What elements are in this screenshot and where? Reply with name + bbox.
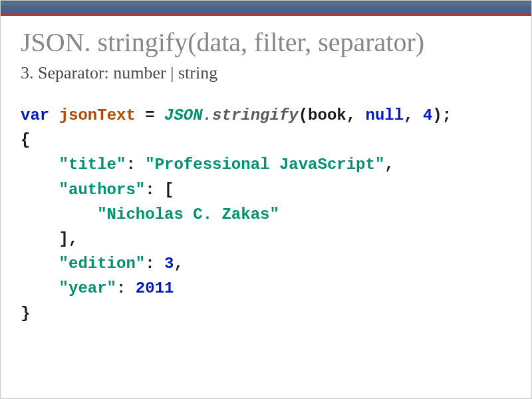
key-title: "title" <box>59 156 126 174</box>
dot: . <box>203 106 212 124</box>
author-0: "Nicholas C. Zakas" <box>97 205 279 223</box>
top-band <box>1 1 531 16</box>
class-json: JSON <box>164 106 203 124</box>
rparen: ) <box>432 106 442 124</box>
comma: , <box>174 255 183 273</box>
key-edition: "edition" <box>59 255 146 273</box>
slide-subtitle: 3. Separator: number | string <box>21 63 511 83</box>
comma: , <box>384 156 394 174</box>
colon: : <box>145 181 154 199</box>
rbracket: ] <box>59 230 68 248</box>
slide: JSON. stringify(data, filter, separator)… <box>0 0 532 399</box>
key-authors: "authors" <box>59 181 146 199</box>
method-stringify: stringify <box>212 106 299 124</box>
rbrace: } <box>21 305 30 323</box>
val-edition: 3 <box>164 255 174 273</box>
arg-null: null <box>366 106 404 124</box>
colon: : <box>116 279 126 297</box>
lparen: ( <box>299 106 308 124</box>
colon: : <box>126 156 135 174</box>
lbrace: { <box>21 131 30 149</box>
key-year: "year" <box>59 279 116 297</box>
val-title: "Professional JavaScript" <box>145 156 384 174</box>
lbracket: [ <box>164 181 174 199</box>
code-block: var jsonText = JSON.stringify(book, null… <box>21 103 511 326</box>
comma: , <box>404 106 423 124</box>
colon: : <box>145 255 154 273</box>
content-area: JSON. stringify(data, filter, separator)… <box>21 27 511 326</box>
slide-title: JSON. stringify(data, filter, separator) <box>21 27 511 58</box>
arg-book: book <box>308 106 346 124</box>
val-year: 2011 <box>136 279 174 297</box>
identifier: jsonText <box>59 106 136 124</box>
keyword-var: var <box>21 106 49 124</box>
comma: , <box>68 230 78 248</box>
semicolon: ; <box>442 106 452 124</box>
equals: = <box>136 106 164 124</box>
comma: , <box>346 106 366 124</box>
arg-indent: 4 <box>423 106 432 124</box>
